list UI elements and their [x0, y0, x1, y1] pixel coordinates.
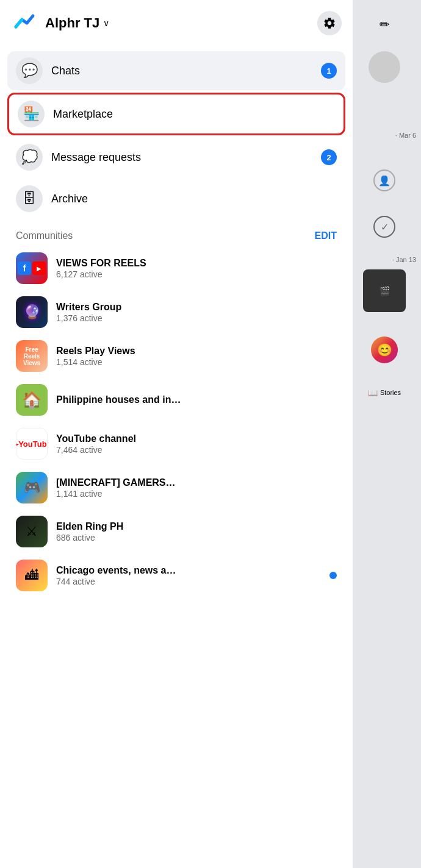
drawer-panel: Alphr TJ ∨ 💬 Chats 1 🏪 Marketplace [0, 0, 353, 868]
communities-section-header: Communities EDIT [0, 223, 353, 246]
right-panel-user-avatar: 😊 [371, 336, 398, 363]
right-panel-check-icon: ✓ [373, 216, 395, 238]
message-requests-label: Message requests [51, 151, 321, 164]
community-active-count: 6,127 active [56, 269, 337, 279]
marketplace-icon-wrap: 🏪 [18, 101, 45, 127]
right-panel-avatar-1 [369, 51, 400, 83]
community-name: Elden Ring PH [56, 521, 337, 533]
nav-item-chats[interactable]: 💬 Chats 1 [7, 51, 345, 90]
settings-button[interactable] [317, 11, 342, 35]
message-requests-badge: 2 [321, 149, 337, 165]
community-info-youtube-channel: YouTube channel 7,464 active [56, 433, 337, 455]
community-active-count: 1,376 active [56, 313, 337, 323]
list-item[interactable]: 🏙 Chicago events, news a… 744 active [7, 553, 345, 597]
account-name: Alphr TJ [45, 15, 99, 31]
community-name: [MINECRAFT] GAMERS… [56, 477, 337, 489]
community-avatar-minecraft-gamers: 🎮 [16, 472, 48, 503]
community-avatar-views-for-reels: f ▶ [16, 252, 48, 284]
marketplace-icon: 🏪 [23, 106, 40, 122]
header: Alphr TJ ∨ [0, 0, 353, 46]
community-info-elden-ring-ph: Elden Ring PH 686 active [56, 521, 337, 543]
message-requests-icon-wrap: 💭 [16, 144, 43, 171]
stories-button[interactable]: 📖 Stories [366, 382, 403, 404]
chats-icon-wrap: 💬 [16, 57, 43, 84]
header-title-group[interactable]: Alphr TJ ∨ [45, 15, 317, 31]
nav-item-message-requests[interactable]: 💭 Message requests 2 [7, 138, 345, 177]
list-item[interactable]: Free Reels Views Reels Play Views 1,514 … [7, 334, 345, 378]
community-avatar-chicago-events: 🏙 [16, 560, 48, 591]
nav-list: 💬 Chats 1 🏪 Marketplace 💭 Message reques… [0, 46, 353, 223]
community-info-chicago-events: Chicago events, news a… 744 active [56, 564, 325, 587]
edit-communities-button[interactable]: EDIT [315, 230, 337, 241]
communities-title: Communities [16, 230, 73, 241]
community-info-writers-group: Writers Group 1,376 active [56, 301, 337, 324]
community-info-reels-play-views: Reels Play Views 1,514 active [56, 345, 337, 368]
community-avatar-elden-ring-ph: ⚔ [16, 516, 48, 547]
community-name: Writers Group [56, 301, 337, 314]
community-name: YouTube channel [56, 433, 337, 446]
message-requests-icon: 💭 [21, 149, 38, 165]
right-panel-thumbnail: 🎬 [363, 269, 406, 312]
right-panel-date-2: · Jan 13 [348, 256, 421, 263]
stories-icon: 📖 [368, 388, 378, 397]
chevron-down-icon: ∨ [103, 18, 109, 28]
pencil-icon: ✏ [380, 17, 390, 32]
community-active-count: 7,464 active [56, 445, 337, 455]
community-name: VIEWS FOR REELS [56, 257, 337, 270]
archive-label: Archive [51, 193, 337, 205]
community-active-count: 686 active [56, 533, 337, 542]
community-avatar-reels-play-views: Free Reels Views [16, 340, 48, 372]
stories-label: Stories [380, 389, 401, 396]
list-item[interactable]: ▶YouTube YouTube channel 7,464 active [7, 422, 345, 466]
chats-badge: 1 [321, 63, 337, 79]
right-panel: ✏ · Mar 6 👤 ✓ · Jan 13 🎬 😊 📖 Stories [348, 0, 421, 868]
list-item[interactable]: f ▶ VIEWS FOR REELS 6,127 active [7, 246, 345, 290]
marketplace-label: Marketplace [53, 108, 335, 121]
community-avatar-youtube-channel: ▶YouTube [16, 428, 48, 460]
community-info-philippine-houses: Philippine houses and in… [56, 394, 337, 407]
community-name: Reels Play Views [56, 345, 337, 358]
chats-icon: 💬 [21, 63, 38, 79]
archive-icon: 🗄 [23, 191, 36, 207]
community-avatar-philippine-houses: 🏠 [16, 384, 48, 416]
list-item[interactable]: 🏠 Philippine houses and in… [7, 378, 345, 422]
unread-dot [329, 572, 337, 579]
archive-icon-wrap: 🗄 [16, 185, 43, 212]
nav-item-archive[interactable]: 🗄 Archive [7, 179, 345, 218]
list-item[interactable]: 🎮 [MINECRAFT] GAMERS… 1,141 active [7, 466, 345, 510]
messenger-logo [11, 10, 38, 37]
right-panel-avatar-icon: 👤 [373, 169, 395, 191]
community-active-count: 1,514 active [56, 357, 337, 367]
compose-button[interactable]: ✏ [369, 9, 400, 40]
list-item[interactable]: ⚔ Elden Ring PH 686 active [7, 510, 345, 553]
nav-item-marketplace[interactable]: 🏪 Marketplace [7, 93, 345, 135]
community-active-count: 744 active [56, 577, 325, 586]
list-item[interactable]: 🔮 Writers Group 1,376 active [7, 290, 345, 334]
community-name: Chicago events, news a… [56, 564, 325, 577]
community-avatar-writers-group: 🔮 [16, 296, 48, 328]
community-list: f ▶ VIEWS FOR REELS 6,127 active 🔮 Write… [0, 246, 353, 597]
community-name: Philippine houses and in… [56, 394, 337, 407]
community-info-minecraft-gamers: [MINECRAFT] GAMERS… 1,141 active [56, 477, 337, 499]
chats-label: Chats [51, 65, 321, 77]
right-panel-date-1: · Mar 6 [348, 132, 421, 139]
community-info-views-for-reels: VIEWS FOR REELS 6,127 active [56, 257, 337, 280]
community-active-count: 1,141 active [56, 489, 337, 499]
